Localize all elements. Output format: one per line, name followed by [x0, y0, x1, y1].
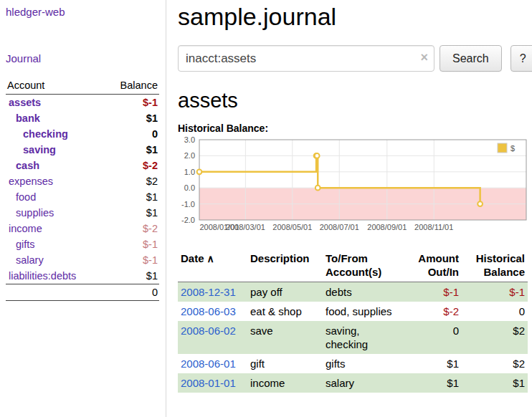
accounts-cell: debts [323, 282, 403, 302]
chart-point-marker [478, 201, 483, 206]
account-link-supplies[interactable]: supplies [16, 207, 54, 219]
register-header-date[interactable]: Date ∧ [178, 250, 247, 282]
accounts-cell: salary [323, 373, 403, 393]
account-name-cell: supplies [6, 205, 104, 221]
search-form: × Search ? [178, 45, 532, 72]
account-name-cell: income [6, 221, 104, 236]
description-cell: gift [247, 354, 323, 373]
date-cell: 2008-06-02 [178, 321, 247, 354]
amount-cell: $1 [403, 373, 462, 393]
account-name-cell: food [6, 189, 104, 205]
date-cell: 2008-06-03 [178, 302, 247, 321]
amount-cell: $1 [403, 354, 462, 373]
date-link[interactable]: 2008-12-31 [181, 286, 236, 298]
account-balance: $1 [104, 142, 159, 158]
y-tick-label: -2.0 [181, 216, 195, 224]
x-tick-label: 2008/11/01 [414, 223, 453, 231]
historical-balance-chart: 3.02.01.00.0-1.0-2.02008/01/012008/03/01… [178, 135, 527, 240]
accounts-total-row: 0 [6, 284, 159, 301]
balance-cell: $1 [462, 373, 528, 393]
clear-search-icon[interactable]: × [420, 50, 428, 64]
date-link[interactable]: 2008-06-03 [181, 305, 236, 317]
account-link-expenses[interactable]: expenses [9, 176, 53, 187]
amount-cell: 0 [403, 321, 462, 354]
date-cell: 2008-01-01 [178, 373, 247, 393]
accounts-header-balance: Balance [104, 77, 159, 95]
chart-point-marker [315, 153, 320, 158]
date-link[interactable]: 2008-06-02 [181, 325, 236, 337]
legend-swatch [498, 143, 507, 153]
y-tick-label: -1.0 [181, 200, 195, 208]
account-row: saving$1 [6, 142, 159, 158]
account-link-gifts[interactable]: gifts [16, 239, 35, 250]
account-link-liabilities-debts[interactable]: liabilities:debts [9, 270, 76, 282]
account-name-cell: expenses [6, 173, 104, 189]
journal-link[interactable]: Journal [6, 52, 166, 64]
balance-cell: $-1 [462, 282, 528, 302]
amount-cell: $-2 [403, 302, 462, 321]
description-cell: income [247, 373, 323, 393]
page-title: sample.journal [178, 3, 532, 31]
sort-ascending-icon: ∧ [204, 253, 214, 264]
date-link[interactable]: 2008-06-01 [181, 358, 236, 370]
account-row: bank$1 [6, 110, 159, 126]
account-link-food[interactable]: food [16, 191, 36, 203]
accounts-cell: saving, checking [323, 321, 403, 354]
account-link-bank[interactable]: bank [16, 112, 40, 124]
account-row: liabilities:debts$1 [6, 268, 159, 284]
account-link-income[interactable]: income [9, 223, 42, 234]
account-balance: $1 [104, 268, 159, 284]
x-tick-label: 2008/03/01 [226, 223, 265, 231]
register-row: 2008-06-03eat & shopfood, supplies$-20 [178, 302, 528, 321]
account-balance: 0 [104, 126, 159, 142]
chart-title: Historical Balance: [178, 123, 532, 134]
account-link-checking[interactable]: checking [23, 128, 68, 140]
account-row: supplies$1 [6, 205, 159, 221]
register-row: 2008-01-01incomesalary$1$1 [178, 373, 528, 393]
x-tick-label: 2008/09/01 [367, 223, 407, 231]
register-table: Date ∧DescriptionTo/FromAccount(s)Amount… [178, 250, 528, 393]
description-cell: eat & shop [247, 302, 323, 321]
account-link-cash[interactable]: cash [16, 160, 39, 171]
date-link[interactable]: 2008-01-01 [181, 377, 236, 389]
balance-cell: $2 [462, 354, 528, 373]
balance-cell: $2 [462, 321, 528, 354]
accounts-header-account: Account [6, 77, 104, 95]
register-row: 2008-12-31pay offdebts$-1$-1 [178, 282, 528, 302]
x-tick-label: 2008/07/01 [320, 223, 359, 231]
search-button[interactable]: Search [440, 45, 502, 72]
header-label-line2: Account(s) [326, 266, 381, 278]
y-tick-label: 0.0 [184, 183, 195, 192]
account-link-assets[interactable]: assets [9, 97, 41, 108]
chart-point-marker [315, 186, 320, 191]
account-balance: $1 [104, 110, 159, 126]
account-name-cell: bank [6, 110, 104, 126]
help-button[interactable]: ? [510, 45, 532, 72]
accounts-header-row: Account Balance [6, 77, 159, 95]
header-label: Amount [418, 252, 459, 264]
search-input[interactable] [178, 45, 434, 72]
register-header-row: Date ∧DescriptionTo/FromAccount(s)Amount… [178, 250, 528, 282]
date-cell: 2008-12-31 [178, 282, 247, 302]
app-title-link[interactable]: hledger-web [6, 6, 166, 18]
header-label: To/From [326, 252, 368, 264]
y-tick-label: 1.0 [184, 168, 195, 176]
description-cell: save [247, 321, 323, 354]
chart-point-marker [197, 169, 202, 174]
accounts-table: Account Balance assets$-1bank$1checking0… [6, 77, 159, 301]
chart-legend: $ [498, 143, 515, 153]
description-cell: pay off [247, 282, 323, 302]
account-row: gifts$-1 [6, 236, 159, 252]
account-balance: $-1 [104, 236, 159, 252]
header-label: Description [250, 252, 310, 264]
account-link-salary[interactable]: salary [16, 254, 44, 266]
account-balance: $-2 [104, 221, 159, 236]
date-cell: 2008-06-01 [178, 354, 247, 373]
page: hledger-web Journal Account Balance asse… [0, 0, 532, 417]
x-tick-label: 2008/05/01 [272, 223, 312, 231]
account-row: checking0 [6, 126, 159, 142]
search-input-wrap: × [178, 45, 434, 72]
register-header-to-from: To/FromAccount(s) [323, 250, 403, 282]
register-header-description: Description [247, 250, 323, 282]
account-link-saving[interactable]: saving [23, 144, 56, 155]
